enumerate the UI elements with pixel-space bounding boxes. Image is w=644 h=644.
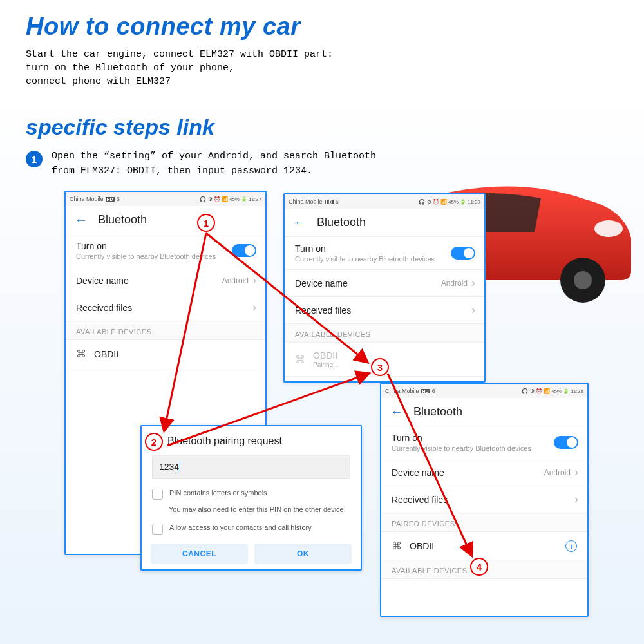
pin-input[interactable]: 1234 bbox=[152, 455, 350, 479]
turn-on-row[interactable]: Turn onCurrently visible to nearby Bluet… bbox=[381, 426, 587, 459]
svg-point-3 bbox=[574, 271, 592, 289]
bluetooth-toggle[interactable] bbox=[451, 247, 475, 260]
back-icon[interactable]: ← bbox=[294, 215, 307, 230]
bluetooth-toggle[interactable] bbox=[232, 244, 256, 257]
svg-point-4 bbox=[594, 220, 623, 237]
page-title: Bluetooth bbox=[98, 213, 147, 227]
page-title: Bluetooth bbox=[317, 216, 366, 229]
step-number-badge: 1 bbox=[26, 151, 43, 167]
turn-on-row[interactable]: Turn onCurrently visible to nearby Bluet… bbox=[285, 237, 484, 270]
back-icon[interactable]: ← bbox=[390, 404, 403, 419]
info-icon[interactable]: i bbox=[565, 540, 577, 552]
back-icon[interactable]: ← bbox=[75, 213, 88, 227]
device-obdii[interactable]: ⌘ OBDII bbox=[66, 340, 265, 368]
paired-devices-header: PAIRED DEVICES bbox=[381, 513, 587, 532]
device-name-row[interactable]: Device name Android› bbox=[285, 270, 484, 297]
pairing-dialog: Bluetooth pairing request 1234 PIN conta… bbox=[140, 425, 362, 571]
dialog-note: You may also need to enter this PIN on t… bbox=[142, 505, 361, 520]
received-files-row[interactable]: Received files › bbox=[66, 294, 265, 321]
description-text: Start the car engine, connect ELM327 wit… bbox=[26, 48, 333, 88]
turn-on-row[interactable]: Turn onCurrently visible to nearby Bluet… bbox=[66, 234, 265, 267]
chevron-right-icon: › bbox=[252, 274, 256, 287]
page-title: Bluetooth bbox=[413, 405, 462, 419]
available-devices-header: AVAILABLE DEVICES bbox=[66, 321, 265, 340]
bluetooth-icon: ⌘ bbox=[392, 540, 402, 552]
pin-letters-checkbox[interactable]: PIN contains letters or symbols bbox=[142, 486, 361, 505]
received-files-row[interactable]: Received files › bbox=[381, 486, 587, 513]
device-name-row[interactable]: Device name Android› bbox=[66, 267, 265, 294]
status-bar: China Mobile HD 6 🎧 ⚙ ⏰ 📶 45% 🔋 11:37 bbox=[66, 192, 265, 206]
received-files-row[interactable]: Received files › bbox=[285, 297, 484, 324]
device-obdii-paired[interactable]: ⌘ OBDII i bbox=[381, 532, 587, 560]
heading-steps: specific steps link bbox=[26, 115, 214, 140]
bluetooth-toggle[interactable] bbox=[554, 436, 578, 449]
available-devices-header: AVAILABLE DEVICES bbox=[285, 324, 484, 343]
available-devices-header: AVAILABLE DEVICES bbox=[381, 560, 587, 579]
status-bar: China Mobile HD 6 🎧 ⚙ ⏰ 📶 45% 🔋 11:38 bbox=[285, 194, 484, 209]
contacts-checkbox[interactable]: Allow access to your contacts and call h… bbox=[142, 520, 361, 540]
status-bar: China Mobile HD 6 🎧 ⚙ ⏰ 📶 45% 🔋 11:38 bbox=[381, 384, 587, 398]
heading-main: How to connect my car bbox=[26, 13, 300, 41]
chevron-right-icon: › bbox=[252, 301, 256, 314]
bluetooth-icon: ⌘ bbox=[76, 348, 86, 360]
bluetooth-icon: ⌘ bbox=[295, 354, 305, 366]
dialog-title: Bluetooth pairing request bbox=[142, 433, 361, 455]
svg-point-2 bbox=[560, 258, 605, 303]
ok-button[interactable]: OK bbox=[254, 544, 352, 564]
device-obdii-pairing[interactable]: ⌘ OBDIIPairing... bbox=[285, 343, 484, 377]
device-name-row[interactable]: Device name Android› bbox=[381, 459, 587, 486]
phone-screenshot-2: China Mobile HD 6 🎧 ⚙ ⏰ 📶 45% 🔋 11:38 ← … bbox=[283, 193, 486, 383]
step-instruction: Open the “setting” of your Android, and … bbox=[52, 149, 386, 178]
phone-screenshot-3: China Mobile HD 6 🎧 ⚙ ⏰ 📶 45% 🔋 11:38 ← … bbox=[380, 383, 589, 617]
cancel-button[interactable]: CANCEL bbox=[151, 544, 248, 564]
